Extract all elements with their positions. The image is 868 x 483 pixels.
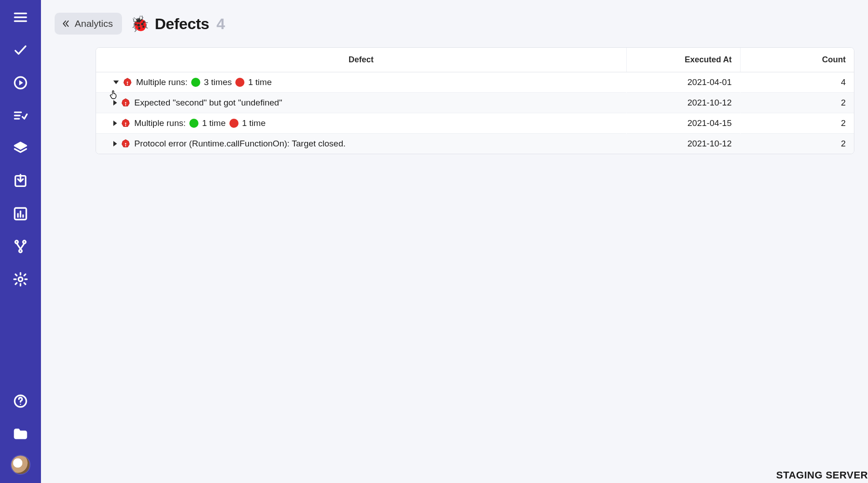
folder-icon[interactable]	[10, 423, 31, 445]
executed-at: 2021-04-01	[626, 72, 740, 93]
chart-icon[interactable]	[10, 203, 31, 225]
fail-dot-icon	[229, 119, 239, 128]
chevron-double-left-icon	[61, 19, 71, 28]
layers-icon[interactable]	[10, 137, 31, 159]
page-header: Analytics 🐞 Defects 4	[41, 0, 868, 43]
svg-marker-8	[15, 142, 26, 149]
table-header-row: Defect Executed At Count	[96, 48, 854, 72]
defect-badge-icon	[122, 77, 132, 87]
chevron-right-icon[interactable]	[113, 141, 117, 146]
column-count[interactable]: Count	[740, 48, 854, 72]
page-count: 4	[216, 15, 225, 33]
help-icon[interactable]	[10, 390, 31, 412]
run-count-label: 1 time	[248, 77, 272, 87]
breadcrumb-label: Analytics	[75, 18, 113, 29]
chevron-right-icon[interactable]	[113, 100, 117, 106]
page-title: Defects	[155, 15, 209, 33]
defect-label: Expected "second" but got "undefined"	[134, 98, 282, 108]
import-icon[interactable]	[10, 170, 31, 192]
run-count-label: 1 time	[242, 118, 266, 128]
table-row[interactable]: Protocol error (Runtime.callFunctionOn):…	[96, 134, 854, 154]
pass-dot-icon	[189, 119, 198, 128]
main: Analytics 🐞 Defects 4 Defect Executed At…	[41, 0, 868, 483]
gear-icon[interactable]	[10, 268, 31, 290]
avatar[interactable]	[11, 456, 30, 474]
checklist-icon[interactable]	[10, 105, 31, 126]
defect-badge-icon	[121, 139, 131, 149]
menu-icon[interactable]	[10, 6, 31, 28]
svg-rect-32	[125, 145, 126, 146]
run-count-label: 1 time	[202, 118, 226, 128]
defects-table: Defect Executed At Count Multiple runs: …	[96, 47, 854, 154]
svg-rect-26	[125, 104, 126, 106]
svg-point-20	[20, 404, 21, 405]
executed-at: 2021-04-15	[626, 113, 740, 134]
svg-point-28	[125, 123, 127, 124]
column-defect[interactable]: Defect	[96, 48, 626, 72]
chevron-down-icon[interactable]	[113, 80, 119, 84]
defect-label: Multiple runs:	[134, 118, 186, 128]
defect-badge-icon	[121, 118, 131, 128]
play-circle-icon[interactable]	[10, 72, 31, 94]
count: 2	[740, 113, 854, 134]
breadcrumb-back[interactable]: Analytics	[55, 13, 122, 35]
svg-marker-4	[19, 80, 23, 85]
count: 2	[740, 93, 854, 113]
count: 2	[740, 134, 854, 154]
defect-label: Multiple runs:	[136, 77, 188, 87]
defect-label: Protocol error (Runtime.callFunctionOn):…	[134, 139, 345, 149]
executed-at: 2021-10-12	[626, 134, 740, 154]
fail-dot-icon	[235, 78, 244, 87]
svg-point-17	[19, 250, 22, 252]
svg-rect-23	[127, 83, 128, 85]
bug-icon: 🐞	[130, 16, 149, 31]
svg-point-31	[125, 143, 127, 145]
svg-rect-29	[125, 124, 126, 126]
env-label: STAGING SERVER	[776, 469, 868, 481]
defect-badge-icon	[121, 98, 131, 108]
table-row[interactable]: Multiple runs: 1 time 1 time2021-04-152	[96, 113, 854, 134]
column-executed-at[interactable]: Executed At	[626, 48, 740, 72]
count: 4	[740, 72, 854, 93]
check-icon[interactable]	[10, 39, 31, 61]
svg-point-22	[127, 82, 128, 83]
executed-at: 2021-10-12	[626, 93, 740, 113]
table-row[interactable]: Expected "second" but got "undefined"202…	[96, 93, 854, 113]
branch-icon[interactable]	[10, 236, 31, 257]
table-row[interactable]: Multiple runs: 3 times 1 time2021-04-014	[96, 72, 854, 93]
chevron-right-icon[interactable]	[113, 121, 117, 126]
svg-point-25	[125, 102, 127, 104]
svg-point-18	[18, 277, 22, 281]
pass-dot-icon	[191, 78, 200, 87]
sidebar	[0, 0, 41, 483]
run-count-label: 3 times	[204, 77, 232, 87]
